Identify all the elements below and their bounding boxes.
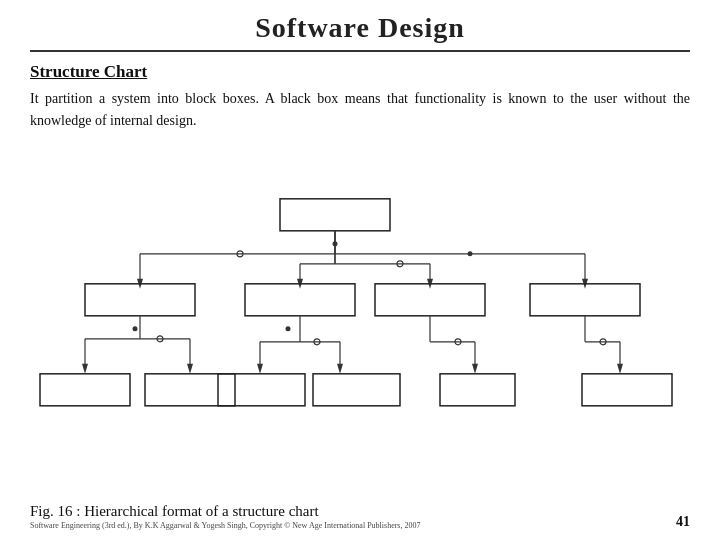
page: Software Design Structure Chart It parti… [0, 0, 720, 540]
svg-rect-56 [440, 374, 515, 406]
figure-caption: Fig. 16 : Hierarchical format of a struc… [30, 503, 420, 520]
svg-point-24 [133, 327, 138, 332]
description-block: It partition a system into block boxes. … [30, 88, 690, 139]
svg-rect-0 [280, 199, 390, 231]
title-area: Software Design [30, 0, 690, 52]
svg-point-33 [286, 327, 291, 332]
structure-chart-svg [30, 139, 690, 499]
diagram-area [30, 139, 690, 499]
svg-marker-31 [187, 364, 193, 374]
svg-rect-57 [582, 374, 672, 406]
svg-marker-40 [337, 364, 343, 374]
svg-marker-50 [617, 364, 623, 374]
svg-marker-37 [257, 364, 263, 374]
figure-sub-caption: Software Engineering (3rd ed.), By K.K A… [30, 521, 420, 530]
svg-point-19 [468, 252, 473, 257]
page-title: Software Design [30, 12, 690, 44]
svg-marker-28 [82, 364, 88, 374]
section-heading: Structure Chart [30, 62, 690, 88]
svg-rect-55 [313, 374, 400, 406]
svg-rect-54 [218, 374, 305, 406]
caption-block: Fig. 16 : Hierarchical format of a struc… [30, 503, 420, 530]
svg-rect-52 [40, 374, 130, 406]
svg-marker-45 [472, 364, 478, 374]
page-number: 41 [676, 514, 690, 530]
caption-area: Fig. 16 : Hierarchical format of a struc… [30, 501, 690, 530]
svg-rect-53 [145, 374, 235, 406]
